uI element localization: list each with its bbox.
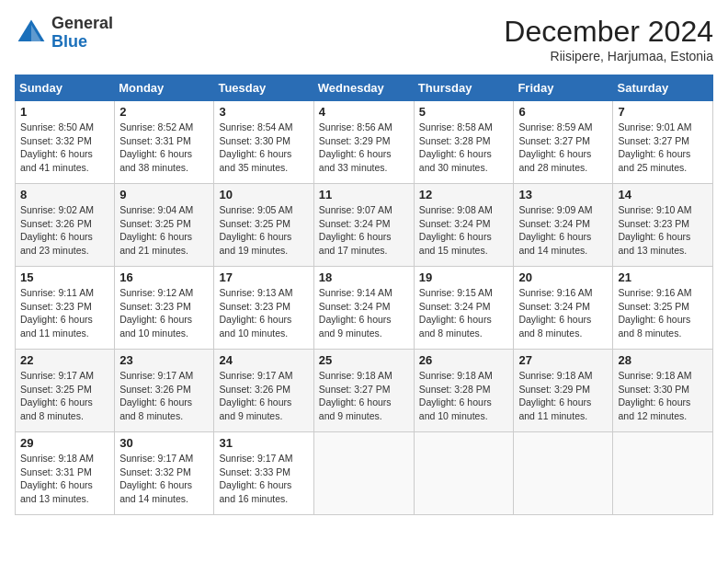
calendar-table: Sunday Monday Tuesday Wednesday Thursday… xyxy=(15,75,713,515)
calendar-cell: 9 Sunrise: 9:04 AM Sunset: 3:25 PM Dayli… xyxy=(115,184,214,267)
day-number: 22 xyxy=(20,353,109,367)
day-number: 24 xyxy=(219,353,308,367)
calendar-week-row: 15 Sunrise: 9:11 AM Sunset: 3:23 PM Dayl… xyxy=(16,267,713,350)
calendar-cell: 18 Sunrise: 9:14 AM Sunset: 3:24 PM Dayl… xyxy=(313,267,414,350)
day-number: 1 xyxy=(20,105,109,119)
day-info: Sunrise: 9:05 AM Sunset: 3:25 PM Dayligh… xyxy=(219,203,308,258)
calendar-cell: 11 Sunrise: 9:07 AM Sunset: 3:24 PM Dayl… xyxy=(313,184,414,267)
calendar-cell: 27 Sunrise: 9:18 AM Sunset: 3:29 PM Dayl… xyxy=(514,350,613,432)
day-info: Sunrise: 8:50 AM Sunset: 3:32 PM Dayligh… xyxy=(20,121,109,175)
calendar-cell: 19 Sunrise: 9:15 AM Sunset: 3:24 PM Dayl… xyxy=(414,267,514,350)
day-info: Sunrise: 9:18 AM Sunset: 3:28 PM Dayligh… xyxy=(419,369,509,423)
page-header: General Blue December 2024 Riisipere, Ha… xyxy=(15,15,713,63)
day-number: 25 xyxy=(319,353,409,367)
calendar-week-row: 8 Sunrise: 9:02 AM Sunset: 3:26 PM Dayli… xyxy=(16,184,713,267)
day-number: 26 xyxy=(419,353,509,367)
col-sunday: Sunday xyxy=(16,75,115,101)
col-tuesday: Tuesday xyxy=(214,75,313,101)
calendar-cell: 21 Sunrise: 9:16 AM Sunset: 3:25 PM Dayl… xyxy=(613,267,713,350)
col-saturday: Saturday xyxy=(613,75,713,101)
logo-text: General Blue xyxy=(51,15,113,52)
day-number: 4 xyxy=(319,105,409,119)
calendar-cell: 29 Sunrise: 9:18 AM Sunset: 3:31 PM Dayl… xyxy=(16,432,115,515)
logo: General Blue xyxy=(15,15,113,52)
day-number: 7 xyxy=(618,105,708,119)
day-number: 5 xyxy=(419,105,509,119)
logo-general-text: General xyxy=(51,15,113,33)
day-info: Sunrise: 9:18 AM Sunset: 3:29 PM Dayligh… xyxy=(518,369,608,423)
calendar-cell: 16 Sunrise: 9:12 AM Sunset: 3:23 PM Dayl… xyxy=(115,267,214,350)
day-info: Sunrise: 8:56 AM Sunset: 3:29 PM Dayligh… xyxy=(319,121,409,175)
calendar-cell: 3 Sunrise: 8:54 AM Sunset: 3:30 PM Dayli… xyxy=(214,101,313,184)
calendar-week-row: 22 Sunrise: 9:17 AM Sunset: 3:25 PM Dayl… xyxy=(16,350,713,432)
calendar-cell: 26 Sunrise: 9:18 AM Sunset: 3:28 PM Dayl… xyxy=(414,350,514,432)
day-number: 12 xyxy=(419,188,509,201)
day-info: Sunrise: 9:18 AM Sunset: 3:30 PM Dayligh… xyxy=(618,369,708,423)
calendar-cell xyxy=(313,432,414,515)
day-info: Sunrise: 9:17 AM Sunset: 3:25 PM Dayligh… xyxy=(20,369,109,423)
calendar-cell: 30 Sunrise: 9:17 AM Sunset: 3:32 PM Dayl… xyxy=(115,432,214,515)
day-info: Sunrise: 9:13 AM Sunset: 3:23 PM Dayligh… xyxy=(219,286,308,340)
day-number: 30 xyxy=(119,436,209,450)
day-info: Sunrise: 9:09 AM Sunset: 3:24 PM Dayligh… xyxy=(518,203,608,258)
day-info: Sunrise: 9:08 AM Sunset: 3:24 PM Dayligh… xyxy=(419,203,509,258)
calendar-week-row: 1 Sunrise: 8:50 AM Sunset: 3:32 PM Dayli… xyxy=(16,101,713,184)
day-number: 19 xyxy=(419,270,509,284)
day-info: Sunrise: 9:10 AM Sunset: 3:23 PM Dayligh… xyxy=(618,203,708,258)
calendar-cell: 23 Sunrise: 9:17 AM Sunset: 3:26 PM Dayl… xyxy=(115,350,214,432)
day-info: Sunrise: 9:17 AM Sunset: 3:26 PM Dayligh… xyxy=(119,369,209,423)
day-info: Sunrise: 9:14 AM Sunset: 3:24 PM Dayligh… xyxy=(319,286,409,340)
calendar-cell: 20 Sunrise: 9:16 AM Sunset: 3:24 PM Dayl… xyxy=(514,267,613,350)
calendar-cell xyxy=(613,432,713,515)
day-number: 29 xyxy=(20,436,109,450)
day-number: 28 xyxy=(618,353,708,367)
day-number: 10 xyxy=(219,188,308,201)
day-number: 31 xyxy=(219,436,308,450)
calendar-cell: 14 Sunrise: 9:10 AM Sunset: 3:23 PM Dayl… xyxy=(613,184,713,267)
day-number: 16 xyxy=(119,270,209,284)
day-info: Sunrise: 9:18 AM Sunset: 3:31 PM Dayligh… xyxy=(20,452,109,506)
calendar-cell: 10 Sunrise: 9:05 AM Sunset: 3:25 PM Dayl… xyxy=(214,184,313,267)
day-info: Sunrise: 9:17 AM Sunset: 3:33 PM Dayligh… xyxy=(219,452,308,506)
calendar-cell: 25 Sunrise: 9:18 AM Sunset: 3:27 PM Dayl… xyxy=(313,350,414,432)
calendar-cell: 1 Sunrise: 8:50 AM Sunset: 3:32 PM Dayli… xyxy=(16,101,115,184)
day-number: 15 xyxy=(20,270,109,284)
day-info: Sunrise: 9:16 AM Sunset: 3:24 PM Dayligh… xyxy=(518,286,608,340)
day-number: 14 xyxy=(618,188,708,201)
calendar-cell: 17 Sunrise: 9:13 AM Sunset: 3:23 PM Dayl… xyxy=(214,267,313,350)
calendar-cell: 7 Sunrise: 9:01 AM Sunset: 3:27 PM Dayli… xyxy=(613,101,713,184)
day-info: Sunrise: 8:54 AM Sunset: 3:30 PM Dayligh… xyxy=(219,121,308,175)
day-number: 18 xyxy=(319,270,409,284)
day-number: 21 xyxy=(618,270,708,284)
calendar-cell: 4 Sunrise: 8:56 AM Sunset: 3:29 PM Dayli… xyxy=(313,101,414,184)
col-wednesday: Wednesday xyxy=(313,75,414,101)
calendar-cell xyxy=(414,432,514,515)
calendar-cell: 15 Sunrise: 9:11 AM Sunset: 3:23 PM Dayl… xyxy=(16,267,115,350)
day-info: Sunrise: 8:59 AM Sunset: 3:27 PM Dayligh… xyxy=(518,121,608,175)
calendar-cell: 24 Sunrise: 9:17 AM Sunset: 3:26 PM Dayl… xyxy=(214,350,313,432)
day-info: Sunrise: 9:01 AM Sunset: 3:27 PM Dayligh… xyxy=(618,121,708,175)
day-number: 9 xyxy=(119,188,209,201)
col-thursday: Thursday xyxy=(414,75,514,101)
day-info: Sunrise: 9:02 AM Sunset: 3:26 PM Dayligh… xyxy=(20,203,109,258)
calendar-header-row: Sunday Monday Tuesday Wednesday Thursday… xyxy=(16,75,713,101)
calendar-week-row: 29 Sunrise: 9:18 AM Sunset: 3:31 PM Dayl… xyxy=(16,432,713,515)
calendar-cell: 28 Sunrise: 9:18 AM Sunset: 3:30 PM Dayl… xyxy=(613,350,713,432)
day-info: Sunrise: 9:15 AM Sunset: 3:24 PM Dayligh… xyxy=(419,286,509,340)
day-number: 23 xyxy=(119,353,209,367)
title-block: December 2024 Riisipere, Harjumaa, Eston… xyxy=(504,15,713,63)
calendar-cell: 22 Sunrise: 9:17 AM Sunset: 3:25 PM Dayl… xyxy=(16,350,115,432)
day-info: Sunrise: 8:58 AM Sunset: 3:28 PM Dayligh… xyxy=(419,121,509,175)
calendar-cell: 13 Sunrise: 9:09 AM Sunset: 3:24 PM Dayl… xyxy=(514,184,613,267)
month-title: December 2024 xyxy=(504,15,713,49)
day-info: Sunrise: 9:04 AM Sunset: 3:25 PM Dayligh… xyxy=(119,203,209,258)
day-number: 27 xyxy=(518,353,608,367)
logo-blue-text: Blue xyxy=(51,33,113,52)
calendar-cell: 5 Sunrise: 8:58 AM Sunset: 3:28 PM Dayli… xyxy=(414,101,514,184)
calendar-cell: 2 Sunrise: 8:52 AM Sunset: 3:31 PM Dayli… xyxy=(115,101,214,184)
calendar-cell: 31 Sunrise: 9:17 AM Sunset: 3:33 PM Dayl… xyxy=(214,432,313,515)
day-info: Sunrise: 9:18 AM Sunset: 3:27 PM Dayligh… xyxy=(319,369,409,423)
col-friday: Friday xyxy=(514,75,613,101)
day-number: 2 xyxy=(119,105,209,119)
day-info: Sunrise: 9:11 AM Sunset: 3:23 PM Dayligh… xyxy=(20,286,109,340)
